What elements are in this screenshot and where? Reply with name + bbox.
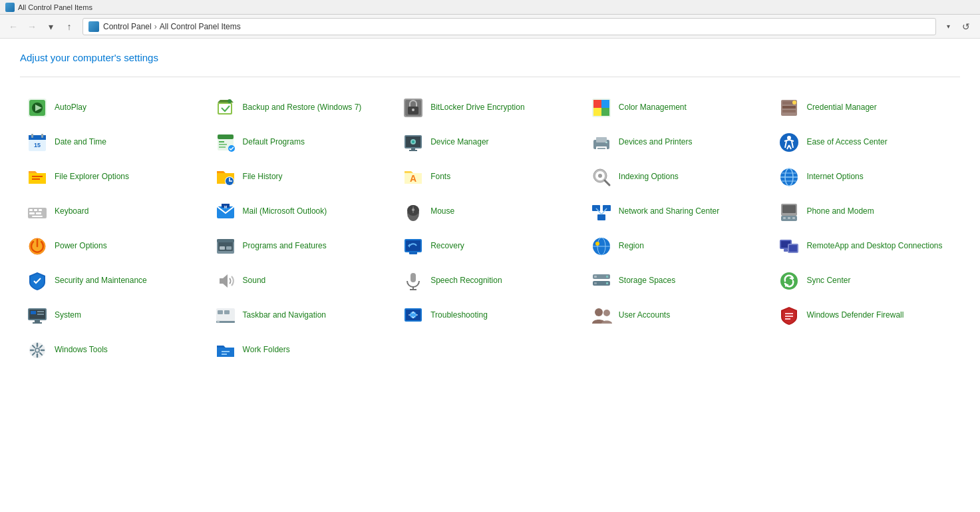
svg-text:M: M [224, 205, 227, 209]
item-programs-features[interactable]: Programs and Features [208, 229, 397, 264]
item-windows-tools[interactable]: Windows Tools [20, 333, 208, 368]
svg-rect-42 [597, 148, 605, 149]
user-accounts-icon [591, 305, 612, 326]
svg-rect-110 [606, 276, 608, 278]
svg-line-53 [605, 180, 609, 185]
svg-rect-18 [782, 106, 796, 109]
backup-restore-label: Backup and Restore (Windows 7) [243, 103, 362, 113]
item-backup-restore[interactable]: Backup and Restore (Windows 7) [208, 91, 397, 125]
address-separator-1: › [154, 22, 157, 31]
svg-rect-19 [782, 110, 796, 113]
svg-rect-109 [594, 282, 597, 284]
page-title: Adjust your computer's settings [20, 52, 960, 63]
item-keyboard[interactable]: Keyboard [20, 194, 208, 229]
item-fonts[interactable]: A Fonts [396, 160, 584, 194]
item-devices-printers[interactable]: Devices and Printers [584, 125, 772, 160]
item-color-management[interactable]: Color Management [584, 91, 772, 125]
windows-tools-label: Windows Tools [55, 345, 108, 356]
indexing-options-label: Indexing Options [619, 172, 679, 182]
troubleshooting-icon [403, 305, 424, 326]
phone-modem-icon [778, 201, 800, 222]
svg-rect-62 [39, 209, 42, 211]
file-explorer-options-icon [27, 166, 48, 188]
refresh-button[interactable]: ↺ [957, 18, 975, 35]
svg-rect-124 [218, 310, 223, 314]
item-device-manager[interactable]: Device Manager [396, 125, 584, 160]
item-troubleshooting[interactable]: Troubleshooting [396, 298, 584, 333]
recent-locations-button[interactable]: ▾ [43, 19, 59, 35]
address-dropdown-button[interactable]: ▾ [941, 18, 955, 35]
svg-rect-28 [219, 141, 224, 142]
item-speech-recognition[interactable]: Speech Recognition [396, 264, 584, 298]
item-file-explorer-options[interactable]: File Explorer Options [20, 160, 208, 194]
svg-rect-29 [219, 144, 227, 145]
region-label: Region [619, 241, 644, 252]
item-default-programs[interactable]: Default Programs [208, 125, 397, 160]
address-bar-icon [88, 21, 99, 32]
svg-rect-132 [785, 313, 793, 314]
system-icon [27, 305, 48, 326]
svg-point-97 [595, 242, 599, 246]
item-file-history[interactable]: File History [208, 160, 397, 194]
svg-rect-13 [601, 100, 609, 108]
svg-rect-138 [222, 351, 230, 352]
item-sound[interactable]: Sound [208, 264, 397, 298]
item-internet-options[interactable]: Internet Options [772, 160, 960, 194]
address-bar[interactable]: Control Panel › All Control Panel Items [82, 18, 936, 35]
taskbar-navigation-icon [215, 305, 236, 326]
mouse-icon [403, 201, 424, 222]
security-maintenance-icon [27, 270, 48, 292]
svg-rect-74 [603, 205, 611, 211]
item-storage-spaces[interactable]: Storage Spaces [584, 264, 772, 298]
item-sync-center[interactable]: Sync Center [772, 264, 960, 298]
item-mouse[interactable]: Mouse [396, 194, 584, 229]
autoplay-icon [27, 97, 48, 119]
color-management-icon [591, 97, 612, 119]
network-sharing-label: Network and Sharing Center [619, 206, 719, 217]
item-system[interactable]: System [20, 298, 208, 333]
back-button[interactable]: ← [5, 19, 21, 35]
item-windows-defender-firewall[interactable]: Windows Defender Firewall [772, 298, 960, 333]
sound-icon [215, 270, 236, 292]
item-credential-manager[interactable]: Credential Manager [772, 91, 960, 125]
item-bitlocker[interactable]: BitLocker Drive Encryption [396, 91, 584, 125]
item-remoteapp[interactable]: RemoteApp and Desktop Connections [772, 229, 960, 264]
programs-features-label: Programs and Features [243, 241, 327, 252]
svg-rect-23 [31, 134, 33, 138]
up-button[interactable]: ↑ [61, 19, 77, 35]
svg-point-131 [603, 310, 610, 316]
item-network-sharing[interactable]: Network and Sharing Center [584, 194, 772, 229]
item-power-options[interactable]: Power Options [20, 229, 208, 264]
svg-rect-120 [37, 311, 44, 312]
internet-options-label: Internet Options [806, 172, 863, 182]
svg-rect-88 [220, 246, 225, 250]
item-security-maintenance[interactable]: Security and Maintenance [20, 264, 208, 298]
item-work-folders[interactable]: Work Folders [208, 333, 397, 368]
item-taskbar-navigation[interactable]: Taskbar and Navigation [208, 298, 397, 333]
keyboard-label: Keyboard [55, 206, 88, 217]
item-phone-modem[interactable]: Phone and Modem [772, 194, 960, 229]
svg-rect-22 [29, 135, 46, 140]
item-ease-of-access[interactable]: Ease of Access Center [772, 125, 960, 160]
forward-button[interactable]: → [24, 19, 40, 35]
main-content: Adjust your computer's settings AutoPlay [0, 39, 980, 381]
recovery-label: Recovery [430, 241, 464, 252]
internet-options-icon [778, 166, 800, 188]
mail-label: Mail (Microsoft Outlook) [243, 206, 327, 217]
speech-recognition-label: Speech Recognition [430, 276, 502, 286]
mail-icon: M [215, 201, 236, 222]
svg-rect-81 [783, 217, 786, 219]
item-recovery[interactable]: Recovery [396, 229, 584, 264]
item-date-time[interactable]: 15 Date and Time [20, 125, 208, 160]
ease-of-access-icon [778, 132, 800, 153]
svg-rect-89 [226, 246, 232, 250]
svg-point-10 [412, 109, 414, 111]
keyboard-icon [27, 201, 48, 222]
item-indexing-options[interactable]: Indexing Options [584, 160, 772, 194]
svg-rect-45 [32, 176, 43, 177]
item-autoplay[interactable]: AutoPlay [20, 91, 208, 125]
item-user-accounts[interactable]: User Accounts [584, 298, 772, 333]
device-manager-icon [403, 132, 424, 153]
item-region[interactable]: Region [584, 229, 772, 264]
item-mail[interactable]: M Mail (Microsoft Outlook) [208, 194, 397, 229]
